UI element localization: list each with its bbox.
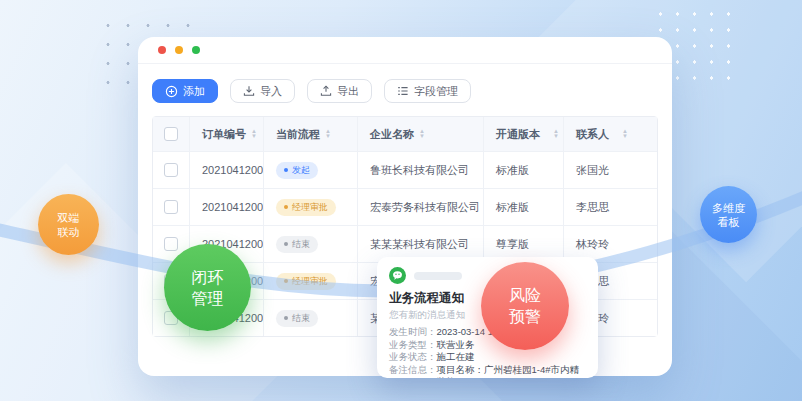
status-dot-icon [284,205,288,209]
sort-arrows-icon[interactable]: ▲▼ [553,129,559,139]
contact-cell: 李思思 [564,189,659,225]
order-no-cell: 20210412001 [190,152,264,188]
upload-icon [320,85,332,97]
window-titlebar [138,37,672,64]
field-management-button[interactable]: 字段管理 [384,79,471,103]
feature-badge-risk-warning: 风险 预警 [481,262,569,350]
sender-placeholder [414,272,462,280]
field-management-button-label: 字段管理 [414,84,458,99]
status-badge: 发起 [276,162,318,179]
feature-badge-closed-loop: 闭环 管理 [164,244,251,331]
status-dot-icon [284,279,288,283]
import-button[interactable]: 导入 [230,79,295,103]
list-icon [397,85,409,97]
status-dot-icon [284,316,288,320]
sort-arrows-icon[interactable]: ▲▼ [419,129,425,139]
header-version[interactable]: 开通版本▲▼ [484,117,564,151]
status-badge: 经理审批 [276,273,336,290]
notification-field: 业务状态： 施工在建 [389,351,586,364]
sort-arrows-icon[interactable]: ▲▼ [251,129,257,139]
company-cell: 宏泰劳务科技有限公司 [358,189,484,225]
status-dot-icon [284,168,288,172]
contact-cell: 张国光 [564,152,659,188]
table-row[interactable]: 20210412002 经理审批 宏泰劳务科技有限公司 标准版 李思思 [153,188,657,225]
feature-badge-dual-linkage: 双端 联动 [38,194,99,255]
import-button-label: 导入 [260,84,282,99]
feature-badge-multi-dashboard: 多维度 看板 [700,186,757,243]
minimize-window-icon[interactable] [175,46,183,54]
notification-field-remark: 备注信息： 项目名称：广州碧桂园1-4#市内精装修工程 合同名称：广州碧桂园1-… [389,364,586,379]
sort-arrows-icon[interactable]: ▲▼ [325,129,331,139]
status-badge: 结束 [276,310,318,327]
close-window-icon[interactable] [158,46,166,54]
status-badge: 经理审批 [276,199,336,216]
status-dot-icon [284,242,288,246]
status-badge: 结束 [276,236,318,253]
sort-arrows-icon[interactable]: ▲▼ [622,129,628,139]
row-checkbox[interactable] [164,163,178,177]
version-cell: 标准版 [484,189,564,225]
notification-field: 业务类型： 联营业务 [389,339,586,352]
select-all-checkbox[interactable] [164,127,178,141]
export-button[interactable]: 导出 [307,79,372,103]
maximize-window-icon[interactable] [192,46,200,54]
row-checkbox[interactable] [164,237,178,251]
header-order-no[interactable]: 订单编号▲▼ [190,117,264,151]
wechat-icon [389,267,406,284]
add-button-label: 添加 [183,84,205,99]
header-contact[interactable]: 联系人▲▼ [564,117,659,151]
circle-plus-icon [165,85,178,98]
version-cell: 标准版 [484,152,564,188]
export-button-label: 导出 [337,84,359,99]
header-company[interactable]: 企业名称▲▼ [358,117,484,151]
order-no-cell: 20210412002 [190,189,264,225]
row-checkbox[interactable] [164,200,178,214]
download-icon [243,85,255,97]
toolbar: 添加 导入 导出 字段管理 [152,79,658,103]
add-button[interactable]: 添加 [152,79,218,103]
company-cell: 鲁班长科技有限公司 [358,152,484,188]
table-header-row: 订单编号▲▼ 当前流程▲▼ 企业名称▲▼ 开通版本▲▼ 联系人▲▼ [153,117,657,151]
header-process[interactable]: 当前流程▲▼ [264,117,358,151]
table-row[interactable]: 20210412001 发起 鲁班长科技有限公司 标准版 张国光 [153,151,657,188]
select-all-cell [153,117,190,151]
